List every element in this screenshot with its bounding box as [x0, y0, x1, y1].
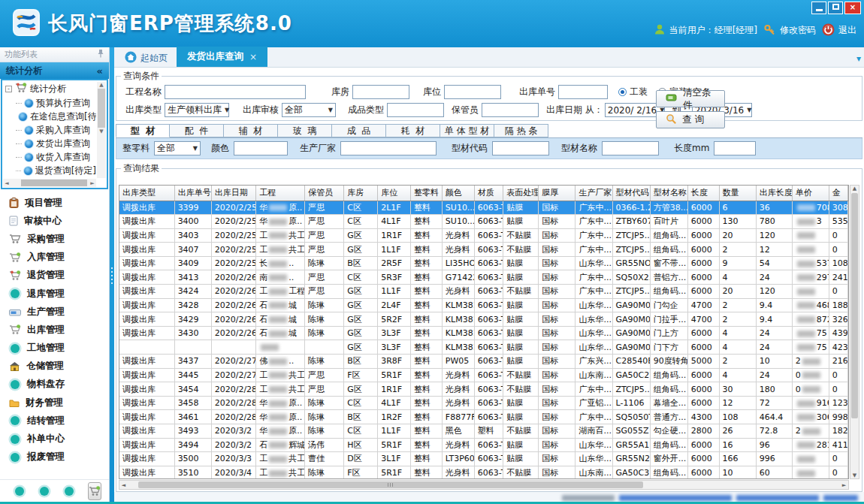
table-cell[interactable]: 山东华...	[575, 452, 612, 466]
table-cell[interactable]: G区	[344, 340, 378, 355]
table-cell[interactable]	[174, 340, 211, 355]
table-row[interactable]: 调拨出库34032020/2/25工共工程严思G区1R1F整料光身料6063-T…	[119, 228, 848, 243]
table-cell[interactable]: 3430	[174, 326, 211, 340]
table-cell[interactable]: 严思	[305, 228, 344, 243]
table-cell[interactable]: 曹佳	[305, 452, 344, 466]
table-cell[interactable]: 780	[756, 215, 792, 229]
table-cell[interactable]: 4	[719, 326, 756, 340]
table-cell[interactable]: 黑色	[442, 424, 474, 439]
table-cell[interactable]: 调拨出库	[119, 424, 174, 439]
table-cell[interactable]: 南..	[256, 270, 305, 285]
table-cell[interactable]: KLM3817	[442, 326, 474, 340]
table-cell[interactable]: 门拉手...	[650, 312, 687, 327]
table-cell[interactable]: 调拨出库	[119, 270, 174, 285]
table-cell[interactable]: 调拨出库	[119, 396, 174, 410]
table-cell[interactable]: G区	[344, 228, 378, 243]
table-cell[interactable]: 535	[829, 215, 847, 229]
audit-select[interactable]: 全部▼	[282, 103, 336, 117]
table-cell[interactable]: 2020/2/27	[211, 355, 256, 369]
table-cell[interactable]: 普通方...	[650, 410, 687, 424]
table-cell[interactable]: 5R2F	[378, 312, 411, 327]
table-cell[interactable]: PW05	[442, 355, 474, 369]
table-cell[interactable]: 2020/2/25	[211, 228, 256, 243]
table-cell[interactable]: 180	[756, 382, 792, 397]
tree-item[interactable]: 预算执行查询	[5, 96, 96, 110]
table-cell[interactable]: 130	[719, 215, 756, 229]
table-cell[interactable]: 山东华...	[575, 340, 612, 355]
table-cell[interactable]: 182	[829, 424, 847, 439]
table-cell[interactable]: 组角码...	[650, 228, 687, 243]
table-cell[interactable]: 华原..	[256, 410, 305, 424]
table-cell[interactable]: GA90M06.	[612, 298, 650, 312]
table-cell[interactable]: 241	[829, 270, 847, 285]
material-tab[interactable]: 耗 材	[386, 124, 440, 137]
table-cell[interactable]: 2	[792, 424, 829, 439]
table-cell[interactable]: 陈琳	[305, 410, 344, 424]
table-cell[interactable]: GA90M07.	[612, 312, 650, 327]
table-row[interactable]: G区3L3F整料KLM38176063-T5贴膜国标山东华...GA90M09.…	[119, 340, 848, 355]
table-cell[interactable]: 54	[756, 256, 792, 270]
table-cell[interactable]: 国标	[539, 201, 575, 215]
table-cell[interactable]: 调拨出库	[119, 382, 174, 397]
table-cell[interactable]: SQ5050T20	[612, 410, 650, 424]
project-name-input[interactable]	[165, 85, 306, 99]
table-cell[interactable]: 不贴膜	[503, 382, 539, 397]
table-cell[interactable]: F区	[344, 466, 378, 479]
sidebar-item[interactable]: 报废管理	[0, 448, 109, 466]
table-cell[interactable]: 4L1F	[378, 215, 411, 229]
table-cell[interactable]: 3428	[174, 298, 211, 312]
table-cell[interactable]: 普铝方...	[650, 270, 687, 285]
logout-button[interactable]: 退出	[822, 23, 856, 38]
table-cell[interactable]: 石辉城	[256, 438, 305, 452]
radio-gongzhuang[interactable]: 工装	[618, 86, 648, 98]
table-cell[interactable]: 24	[756, 368, 792, 382]
sidebar-item[interactable]: 补单中心	[0, 430, 109, 448]
column-header[interactable]: 保管员	[305, 186, 344, 201]
table-cell[interactable]: 468	[792, 298, 829, 312]
table-cell[interactable]: L-1106	[612, 396, 650, 410]
table-cell[interactable]	[305, 340, 344, 355]
table-cell[interactable]: 贴膜	[503, 410, 539, 424]
table-cell[interactable]: 2	[719, 355, 756, 369]
table-cell[interactable]: 严思	[305, 270, 344, 285]
table-cell[interactable]: 6000	[687, 243, 719, 257]
minimize-button[interactable]	[811, 2, 826, 14]
table-row[interactable]: 调拨出库34932020/3/2华原..陈琳C区1L1F整料黑色塑料不贴膜国标湖…	[119, 424, 848, 439]
table-cell[interactable]: 严思	[305, 285, 344, 299]
sidebar-item[interactable]: 项目管理	[0, 194, 109, 212]
change-password-button[interactable]: 修改密码	[763, 23, 816, 38]
table-cell[interactable]: 5R3F	[378, 270, 411, 285]
table-row[interactable]: 调拨出库34092020/2/25长..陈琳B区2R5F整料LI35HO6063…	[119, 256, 848, 270]
table-cell[interactable]: 24	[756, 340, 792, 355]
table-cell[interactable]: SU10...	[442, 215, 474, 229]
table-cell[interactable]: 陈琳	[305, 466, 344, 479]
table-cell[interactable]: 工共工程	[256, 243, 305, 257]
table-cell[interactable]: 2972	[792, 270, 829, 285]
table-cell[interactable]: 国标	[539, 410, 575, 424]
table-cell[interactable]: 6000	[687, 215, 719, 229]
table-cell[interactable]: 调拨出库	[119, 312, 174, 327]
table-cell[interactable]: 6000	[687, 396, 719, 410]
table-cell[interactable]: 组角码...	[650, 285, 687, 299]
table-cell[interactable]: 山东南...	[575, 368, 612, 382]
table-cell[interactable]: 工共工程	[256, 452, 305, 466]
table-cell[interactable]: 2	[719, 298, 756, 312]
table-cell[interactable]: 调拨出库	[119, 438, 174, 452]
material-tab[interactable]: 配 件	[170, 124, 224, 137]
sidebar-item[interactable]: 入库管理	[0, 249, 109, 267]
table-cell[interactable]: 光身料	[442, 243, 474, 257]
table-cell[interactable]: 4300	[687, 410, 719, 424]
table-cell[interactable]: 6063-T5	[474, 466, 503, 479]
collapse-icon[interactable]: «	[97, 65, 103, 77]
table-cell[interactable]: 24	[756, 326, 792, 340]
table-cell[interactable]: 708	[792, 201, 829, 215]
table-cell[interactable]: 调拨出库	[119, 285, 174, 299]
table-cell[interactable]: C区	[344, 201, 378, 215]
table-cell[interactable]: 2	[719, 243, 756, 257]
column-header[interactable]: 颜色	[442, 186, 474, 201]
table-cell[interactable]: 4	[719, 368, 756, 382]
pin-icon[interactable]	[97, 49, 104, 60]
table-cell[interactable]	[792, 243, 829, 257]
table-cell[interactable]: 3399	[174, 201, 211, 215]
table-cell[interactable]: 20	[719, 285, 756, 299]
